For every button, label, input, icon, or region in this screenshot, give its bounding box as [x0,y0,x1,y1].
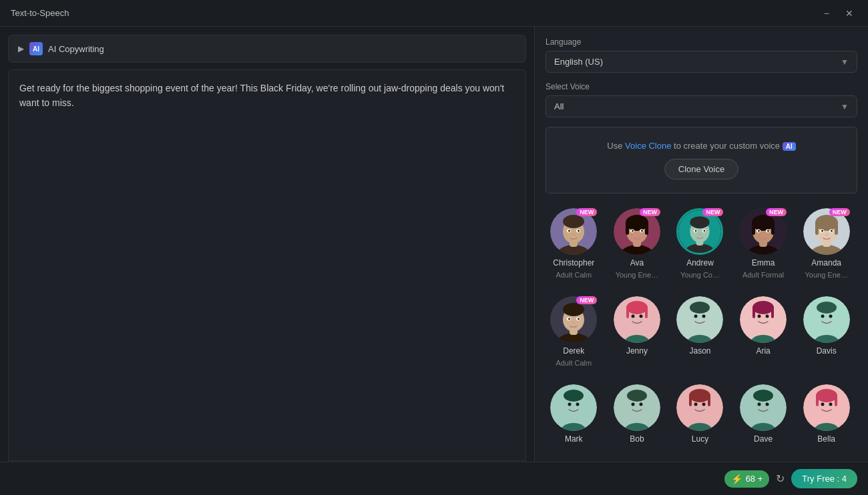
voice-card-lucy[interactable]: Lucy [672,379,728,449]
svg-point-36 [752,215,775,231]
voice-avatar [803,296,850,343]
svg-point-42 [767,230,769,232]
svg-point-30 [704,230,706,232]
svg-point-87 [766,315,769,318]
svg-point-118 [758,403,761,406]
svg-point-63 [568,318,570,320]
voice-card-ava[interactable]: NEW Ava Young Ene… [609,203,666,284]
credits-value: 68 + [746,474,763,484]
select-voice-dropdown[interactable]: All ▼ [546,95,857,117]
svg-rect-85 [771,306,774,318]
voice-card-jenny[interactable]: Jenny [609,291,666,372]
voice-avatar-wrapper [803,296,850,343]
voice-clone-banner: Use Voice Clone to create your custom vo… [546,127,857,193]
new-badge: NEW [829,208,850,216]
svg-point-20 [641,230,643,232]
svg-point-109 [689,389,710,402]
voice-card-christopher[interactable]: NEW Christopher Adult Calm [546,203,602,284]
voice-avatar [740,296,787,343]
voice-avatar [676,384,723,431]
voice-card-aria[interactable]: Aria [735,291,792,372]
voice-card-bob[interactable]: Bob [609,379,666,449]
bottom-bar: ⚡ 68 + ↻ Try Free : 4 [0,462,868,495]
voice-desc: Young Ene… [616,271,658,279]
svg-point-93 [829,315,832,318]
voice-name: Bob [630,434,644,444]
svg-point-99 [576,403,580,406]
voice-card-jason[interactable]: Jason [672,291,728,372]
language-label: Language [546,37,857,47]
svg-rect-49 [815,221,819,235]
svg-point-29 [695,230,697,232]
credits-badge[interactable]: ⚡ 68 + [724,470,770,488]
svg-rect-110 [689,394,692,406]
svg-point-123 [816,389,837,402]
voice-clone-text: Use Voice Clone to create your custom vo… [607,141,795,151]
ai-copywriting-bar[interactable]: ▶ AI AI Copywriting [8,35,526,63]
svg-rect-50 [835,221,838,235]
svg-point-72 [631,315,634,318]
voice-avatar [614,384,660,431]
voice-avatar-wrapper [740,384,787,431]
voice-name: Dave [754,434,773,444]
svg-point-7 [568,230,570,232]
svg-point-113 [702,403,706,406]
refresh-button[interactable]: ↻ [776,472,785,485]
voice-clone-prefix: Use [607,141,625,151]
svg-point-83 [752,301,774,314]
credits-icon: ⚡ [731,474,742,484]
voice-avatar-wrapper: NEW [740,208,787,255]
svg-point-21 [636,234,638,236]
voice-card-bella[interactable]: Bella [798,379,855,449]
voice-name: Derek [563,346,584,356]
voice-clone-suffix: to create your custom voice [671,141,780,151]
voice-avatar-wrapper: NEW [550,208,597,255]
svg-rect-16 [645,221,648,235]
voice-card-dave[interactable]: Dave [735,379,792,449]
voice-card-derek[interactable]: NEW Derek Adult Calm [546,291,602,372]
close-button[interactable]: ✕ [841,7,857,20]
voice-avatar-wrapper: NEW [550,296,597,343]
svg-point-26 [690,216,710,228]
svg-rect-70 [626,306,629,318]
voice-clone-link[interactable]: Voice Clone [625,141,671,151]
svg-point-69 [626,301,648,314]
language-dropdown[interactable]: English (US) ▼ [546,51,857,73]
svg-point-78 [694,315,698,318]
text-content[interactable]: Get ready for the biggest shopping event… [9,70,525,460]
voice-avatar-wrapper [550,384,597,431]
svg-rect-124 [816,394,819,406]
window-controls: − ✕ [820,7,857,20]
svg-point-77 [690,302,710,314]
voice-avatar-wrapper [803,384,850,431]
voice-grid-container: NEW Christopher Adult Calm [546,203,857,484]
try-free-button[interactable]: Try Free : 4 [791,469,857,488]
language-value: English (US) [554,57,603,67]
voice-name: Christopher [553,258,594,268]
voice-avatar [676,296,723,343]
right-panel: Language English (US) ▼ Select Voice All… [534,27,868,495]
minimize-button[interactable]: − [820,7,833,20]
voice-avatar-wrapper: NEW [803,208,850,255]
select-voice-label: Select Voice [546,82,857,91]
voice-card-amanda[interactable]: NEW Amanda Young Ene… [798,203,855,284]
text-input-area: Get ready for the biggest shopping event… [8,69,526,487]
svg-point-14 [626,215,648,231]
svg-point-60 [563,303,584,316]
voice-card-mark[interactable]: Mark [546,379,602,449]
svg-rect-15 [626,221,629,235]
voice-card-emma[interactable]: NEW Emma Adult Formal [735,203,792,284]
new-badge: NEW [576,208,597,216]
svg-rect-38 [771,221,775,235]
chevron-down-icon-voice: ▼ [841,102,849,111]
new-badge: NEW [702,208,723,216]
voice-card-davis[interactable]: Davis [798,291,855,372]
select-voice-section: Select Voice All ▼ [546,82,857,117]
svg-point-8 [578,230,580,232]
svg-point-73 [639,315,642,318]
clone-voice-button[interactable]: Clone Voice [664,159,738,179]
voice-desc: Young Ene… [805,271,847,279]
voice-card-andrew[interactable]: NEW Andrew Young Co… [672,203,728,284]
main-layout: ▶ AI AI Copywriting Get ready for the bi… [0,27,868,495]
voice-name: Jenny [626,346,648,356]
